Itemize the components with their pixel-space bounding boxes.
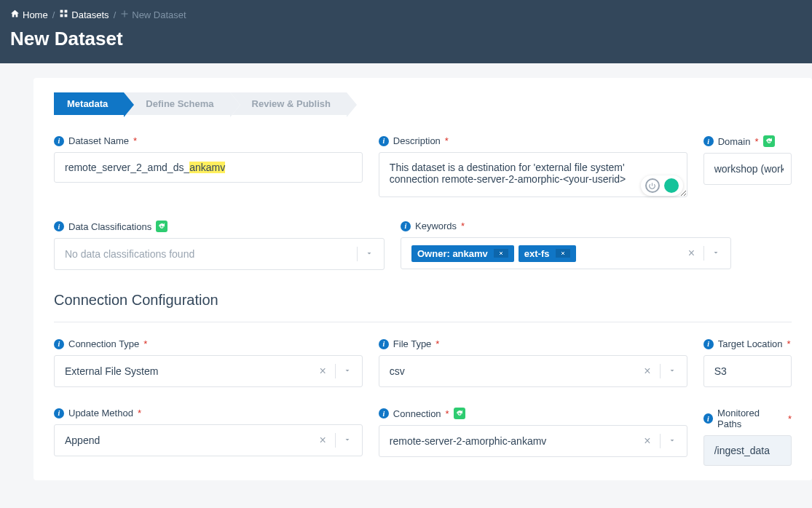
keywords-select[interactable]: Owner: ankamv ext-fs × <box>401 237 731 269</box>
keywords-tags: Owner: ankamv ext-fs <box>411 245 684 262</box>
step-metadata[interactable]: Metadata <box>54 92 124 115</box>
target-location-select[interactable]: S3 <box>703 355 792 387</box>
remove-tag-icon[interactable] <box>494 249 508 258</box>
info-icon[interactable]: i <box>54 136 64 146</box>
svg-rect-1 <box>65 10 68 13</box>
label-domain: Domain <box>718 136 751 147</box>
info-icon[interactable]: i <box>703 136 714 146</box>
remove-tag-icon[interactable] <box>556 249 570 258</box>
field-connection-type: i Connection Type * External File System… <box>54 338 363 387</box>
data-classifications-select[interactable]: No data classifications found <box>54 238 385 270</box>
field-description: i Description * <box>379 135 687 200</box>
step-define-schema[interactable]: Define Schema <box>124 92 229 115</box>
field-connection: i Connection * remote-server-2-amorphic-… <box>379 408 687 466</box>
field-dataset-name: i Dataset Name * remote_server_2_amd_ds_… <box>54 135 363 200</box>
breadcrumb-home[interactable]: Home <box>10 9 48 20</box>
field-target-location: i Target Location * S3 <box>703 338 792 387</box>
field-file-type: i File Type * csv × <box>379 338 687 387</box>
grammarly-widget[interactable] <box>641 175 683 196</box>
plus-icon <box>120 9 129 20</box>
clear-icon[interactable]: × <box>639 434 655 448</box>
field-data-classifications: i Data Classifications No data classific… <box>54 221 385 270</box>
field-update-method: i Update Method * Append × <box>54 408 363 466</box>
clear-icon[interactable]: × <box>315 365 330 378</box>
info-icon[interactable]: i <box>379 136 389 146</box>
refresh-icon[interactable] <box>156 221 167 232</box>
chevron-down-icon[interactable] <box>665 434 679 448</box>
field-domain: i Domain * workshop (workshop) <box>703 135 792 200</box>
page-title: New Dataset <box>10 28 802 50</box>
chevron-down-icon[interactable] <box>340 434 355 447</box>
info-icon[interactable]: i <box>54 339 64 349</box>
domain-select[interactable]: workshop (workshop) <box>703 153 792 185</box>
svg-rect-2 <box>60 15 63 17</box>
form-card: Metadata Define Schema Review & Publish … <box>33 78 812 480</box>
connection-type-select[interactable]: External File System × <box>54 355 363 387</box>
grammarly-icon[interactable] <box>664 178 679 193</box>
chevron-down-icon[interactable] <box>709 247 723 260</box>
info-icon[interactable]: i <box>54 221 64 231</box>
power-icon[interactable] <box>645 178 660 193</box>
info-icon[interactable]: i <box>379 408 389 418</box>
label-data-classifications: Data Classifications <box>68 221 151 232</box>
breadcrumb-datasets-label: Datasets <box>71 9 109 20</box>
section-connection-config: Connection Configuration <box>54 292 792 309</box>
label-target-location: Target Location <box>718 338 783 349</box>
keyword-tag: ext-fs <box>519 245 576 262</box>
datasets-icon <box>59 9 68 20</box>
chevron-down-icon[interactable] <box>362 247 377 261</box>
field-monitored-paths: i Monitored Paths * <box>703 408 792 466</box>
connection-select[interactable]: remote-server-2-amorphic-ankamv × <box>379 425 687 457</box>
breadcrumb: Home / Datasets / New Dataset <box>10 9 802 20</box>
file-type-select[interactable]: csv × <box>379 355 687 387</box>
svg-rect-3 <box>65 15 68 17</box>
chevron-down-icon[interactable] <box>665 365 679 378</box>
info-icon[interactable]: i <box>703 339 714 349</box>
info-icon[interactable]: i <box>703 413 713 424</box>
info-icon[interactable]: i <box>54 408 64 418</box>
update-method-select[interactable]: Append × <box>54 424 363 456</box>
monitored-paths-input[interactable] <box>703 435 792 466</box>
label-connection-type: Connection Type <box>68 338 139 349</box>
clear-icon[interactable]: × <box>315 434 330 447</box>
chevron-down-icon[interactable] <box>340 365 355 378</box>
info-icon[interactable]: i <box>401 221 411 231</box>
label-monitored-paths: Monitored Paths <box>717 408 784 429</box>
refresh-icon[interactable] <box>454 408 465 419</box>
label-file-type: File Type <box>393 338 432 349</box>
keyword-tag: Owner: ankamv <box>411 245 514 262</box>
clear-icon[interactable]: × <box>684 247 699 260</box>
svg-rect-0 <box>60 10 63 13</box>
label-keywords: Keywords <box>415 221 457 231</box>
description-input[interactable] <box>379 152 687 197</box>
section-divider <box>54 322 792 322</box>
step-review-publish[interactable]: Review & Publish <box>230 92 347 115</box>
breadcrumb-home-label: Home <box>23 9 48 20</box>
label-description: Description <box>393 135 441 146</box>
breadcrumb-datasets[interactable]: Datasets <box>59 9 109 20</box>
label-dataset-name: Dataset Name <box>68 135 129 146</box>
label-connection: Connection <box>393 408 441 419</box>
field-keywords: i Keywords * Owner: ankamv ext-fs <box>401 221 731 270</box>
breadcrumb-current: New Dataset <box>120 9 186 20</box>
refresh-icon[interactable] <box>763 135 775 147</box>
wizard-steps: Metadata Define Schema Review & Publish <box>54 92 792 115</box>
label-update-method: Update Method <box>68 408 133 418</box>
clear-icon[interactable]: × <box>639 365 655 378</box>
dataset-name-input[interactable]: remote_server_2_amd_ds_ankamv <box>54 152 363 183</box>
page-header: Home / Datasets / New Dataset New Datase… <box>0 0 812 63</box>
info-icon[interactable]: i <box>379 339 389 349</box>
home-icon <box>10 9 20 20</box>
